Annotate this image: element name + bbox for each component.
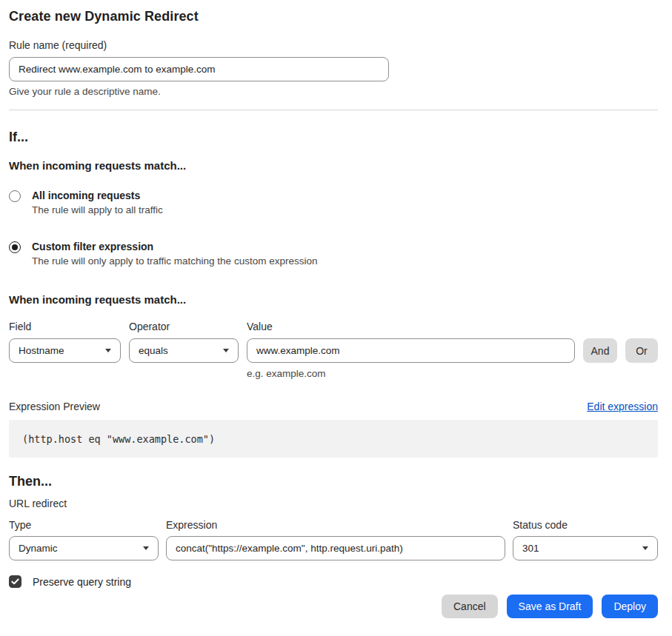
filter-heading: When incoming requests match... (9, 293, 658, 306)
radio-all-incoming-description: The rule will apply to all traffic (32, 204, 163, 215)
radio-all-incoming-label: All incoming requests (32, 190, 163, 201)
type-dropdown-value: Dynamic (19, 543, 58, 554)
preserve-query-label: Preserve query string (33, 576, 131, 588)
value-helper: e.g. example.com (247, 368, 575, 379)
edit-expression-link[interactable]: Edit expression (587, 401, 658, 412)
save-as-draft-button[interactable]: Save as Draft (507, 595, 593, 618)
radio-all-incoming-icon[interactable] (9, 190, 21, 202)
chevron-down-icon (642, 546, 648, 550)
expression-preview-label: Expression Preview (9, 401, 100, 412)
redirect-expression-input[interactable] (166, 536, 505, 560)
rule-name-label: Rule name (required) (9, 39, 658, 51)
status-code-dropdown-value: 301 (522, 543, 539, 554)
operator-dropdown-value: equals (139, 345, 168, 356)
then-section-heading: Then... (9, 474, 658, 489)
chevron-down-icon (105, 349, 111, 352)
section-divider (9, 110, 658, 110)
deploy-button[interactable]: Deploy (602, 595, 658, 618)
operator-label: Operator (129, 321, 239, 332)
expression-label: Expression (166, 519, 505, 531)
rule-name-helper: Give your rule a descriptive name. (9, 86, 658, 97)
rule-name-input[interactable] (9, 57, 389, 81)
chevron-down-icon (223, 349, 229, 352)
check-icon (11, 575, 19, 589)
type-dropdown[interactable]: Dynamic (9, 536, 159, 560)
value-input[interactable] (247, 338, 575, 363)
status-code-dropdown[interactable]: 301 (513, 536, 658, 560)
page-title: Create new Dynamic Redirect (9, 9, 658, 24)
option-custom-filter-expression[interactable]: Custom filter expression The rule will o… (9, 241, 658, 267)
url-redirect-label: URL redirect (9, 498, 658, 509)
expression-preview-box: (http.host eq "www.example.com") (9, 420, 658, 458)
radio-custom-filter-description: The rule will only apply to traffic matc… (32, 255, 317, 267)
and-button[interactable]: And (583, 338, 617, 363)
expression-preview-code: (http.host eq "www.example.com") (22, 433, 215, 445)
preserve-query-checkbox[interactable] (9, 575, 21, 588)
radio-custom-filter-icon[interactable] (9, 241, 21, 253)
match-heading: When incoming requests match... (9, 159, 658, 172)
if-section-heading: If... (9, 130, 658, 145)
radio-custom-filter-label: Custom filter expression (32, 241, 317, 252)
preserve-query-row[interactable]: Preserve query string (9, 575, 658, 588)
cancel-button[interactable]: Cancel (442, 595, 498, 618)
or-button[interactable]: Or (625, 338, 658, 363)
field-dropdown[interactable]: Hostname (9, 338, 121, 363)
field-label: Field (9, 321, 121, 332)
status-code-label: Status code (513, 519, 658, 531)
operator-dropdown[interactable]: equals (129, 338, 239, 363)
chevron-down-icon (143, 546, 149, 550)
type-label: Type (9, 519, 159, 531)
option-all-incoming-requests[interactable]: All incoming requests The rule will appl… (9, 190, 658, 215)
value-label: Value (247, 321, 575, 332)
create-dynamic-redirect-form: Create new Dynamic Redirect Rule name (r… (0, 0, 672, 618)
field-dropdown-value: Hostname (19, 345, 64, 356)
